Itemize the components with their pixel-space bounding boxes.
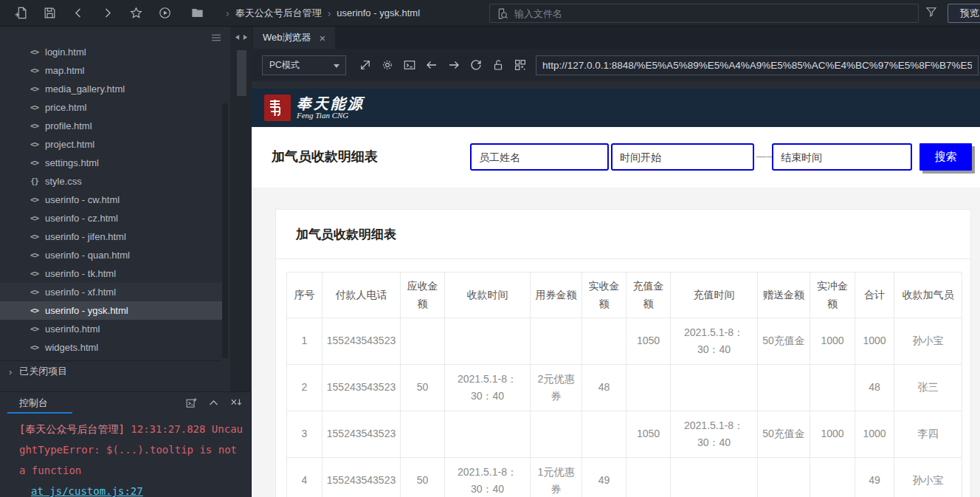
cell: 155243543523 (322, 411, 401, 458)
console-header: 控制台 (0, 392, 251, 414)
web-page-viewport: 奉天能源 Feng Tian CNG 加气员收款明细表 —— 搜索 加气员收款明… (252, 89, 980, 497)
ide-window: › 奉天公众号后台管理 › userinfo - ygsk.html 预览 <>… (0, 0, 980, 497)
file-item[interactable]: <>profile.html (0, 117, 222, 135)
cell: 3 (287, 411, 322, 458)
file-item-selected[interactable]: <>userinfo - ygsk.html (0, 301, 222, 320)
nav-back-icon[interactable] (70, 5, 86, 21)
browser-forward-icon[interactable] (446, 58, 461, 72)
url-input[interactable] (542, 60, 972, 71)
file-item[interactable]: <>widgets.html (0, 338, 222, 357)
collapse-panel-icon[interactable] (207, 397, 220, 409)
cell (531, 318, 582, 365)
scroll-right-icon[interactable] (243, 34, 248, 41)
code-file-icon: <> (30, 232, 45, 241)
card-header: 加气员收款明细表 (276, 210, 970, 259)
end-time-input[interactable] (772, 143, 912, 171)
file-item[interactable]: <>price.html (0, 98, 222, 117)
file-tree-scrollbar[interactable] (222, 103, 228, 358)
tab-scroll-arrows[interactable] (230, 27, 252, 41)
console-tab[interactable]: 控制台 (19, 397, 48, 410)
code-file-icon: <> (30, 158, 45, 168)
panel-splitter[interactable] (230, 27, 252, 391)
file-search-box[interactable] (489, 4, 919, 23)
file-item[interactable]: {}style.css (0, 172, 222, 191)
browser-back-icon[interactable] (424, 58, 439, 72)
col-header: 付款人电话 (322, 273, 401, 318)
table-wrapper: 序号 付款人电话 应收金额 收款时间 用券金额 实收金额 充值金额 充值时间 赠… (276, 259, 970, 497)
cell (758, 365, 810, 411)
cell: 2021.5.1-8：30：40 (445, 458, 531, 497)
clear-console-icon[interactable] (230, 397, 242, 409)
cell (671, 365, 758, 411)
sidebar-menu-icon[interactable] (210, 31, 224, 44)
stack-trace-link[interactable]: at js/custom.js:27 (31, 485, 143, 497)
cell: 1元优惠券 (531, 458, 582, 497)
filter-icon[interactable] (925, 5, 939, 20)
open-external-browser-icon[interactable] (358, 58, 373, 72)
new-file-icon[interactable] (13, 5, 29, 21)
tab-web-browser[interactable]: Web浏览器 × (253, 27, 335, 49)
logo-en-text: Feng Tian CNG (297, 111, 365, 120)
file-item[interactable]: <>userinfo - xf.html (0, 283, 222, 301)
run-icon[interactable] (156, 5, 173, 21)
code-file-icon: <> (30, 195, 45, 205)
cell (445, 318, 531, 365)
card-title: 加气员收款明细表 (296, 226, 396, 243)
log-stack-line: at js/custom.js:27 (19, 481, 244, 497)
code-file-icon: <> (30, 287, 45, 297)
close-tab-icon[interactable]: × (320, 32, 326, 44)
file-item[interactable]: <>project.html (0, 135, 222, 154)
cell: 50 (401, 458, 445, 497)
save-icon[interactable] (41, 5, 58, 21)
file-item[interactable]: <>userinfo - cz.html (0, 209, 222, 227)
file-item[interactable]: <>userinfo - quan.html (0, 246, 222, 264)
logo-cn-text: 奉天能源 (297, 96, 365, 111)
file-item[interactable]: <>userinfo - tk.html (0, 264, 222, 283)
qr-code-icon[interactable] (513, 58, 528, 72)
code-file-icon: <> (30, 121, 45, 131)
file-search-input[interactable] (514, 8, 869, 19)
file-item[interactable]: <>settings.html (0, 154, 222, 172)
employee-name-input[interactable] (470, 143, 609, 171)
file-item[interactable]: <>userinfo - jifen.html (0, 227, 222, 246)
unlock-icon[interactable] (491, 58, 505, 72)
refresh-icon[interactable] (469, 58, 483, 72)
file-list: <>login.html <>map.html <>media_gallery.… (0, 27, 230, 357)
favorite-star-icon[interactable] (128, 5, 144, 21)
file-item[interactable]: <>userinfo.html (0, 320, 222, 338)
start-time-input[interactable] (611, 143, 754, 171)
file-item[interactable]: <>login.html (0, 43, 222, 61)
code-file-icon: <> (30, 343, 45, 352)
col-header: 充值金额 (627, 273, 671, 318)
terminal-icon[interactable] (402, 58, 417, 72)
col-header: 充值时间 (671, 273, 758, 318)
device-mode-select[interactable]: PC模式 (262, 55, 346, 75)
table-header-row: 序号 付款人电话 应收金额 收款时间 用券金额 实收金额 充值金额 充值时间 赠… (287, 273, 962, 318)
scroll-left-icon[interactable] (235, 34, 240, 41)
console-tab-underline (7, 412, 72, 414)
preview-button[interactable]: 预览 (948, 4, 980, 23)
breadcrumb-separator: › (226, 7, 230, 19)
col-header: 实冲金额 (810, 273, 855, 318)
breadcrumb-file[interactable]: userinfo - ygsk.html (337, 7, 420, 18)
new-terminal-icon[interactable] (185, 397, 198, 409)
col-header: 赠送金额 (758, 273, 810, 318)
file-search-icon (496, 7, 508, 20)
cell: 50充值金 (758, 318, 810, 365)
breadcrumb-project[interactable]: 奉天公众号后台管理 (235, 7, 322, 20)
closed-projects-item[interactable]: › 已关闭项目 (0, 360, 222, 382)
search-button[interactable]: 搜索 (919, 143, 972, 171)
browser-toolbar: PC模式 (252, 49, 980, 81)
report-card: 加气员收款明细表 序号 付款人电话 应收金额 收款时间 用券金额 (275, 209, 971, 497)
gear-icon[interactable] (380, 58, 395, 72)
file-item[interactable]: <>map.html (0, 61, 222, 80)
file-item[interactable]: <>userinfo - cw.html (0, 191, 222, 209)
file-item[interactable]: <>media_gallery.html (0, 80, 222, 98)
code-file-icon: <> (30, 140, 45, 149)
col-header: 合计 (855, 273, 894, 318)
splitter-scrollbar-thumb[interactable] (237, 50, 246, 96)
cell (582, 411, 627, 458)
url-bar[interactable] (536, 55, 979, 75)
nav-forward-icon[interactable] (99, 5, 115, 21)
cell (627, 458, 671, 497)
